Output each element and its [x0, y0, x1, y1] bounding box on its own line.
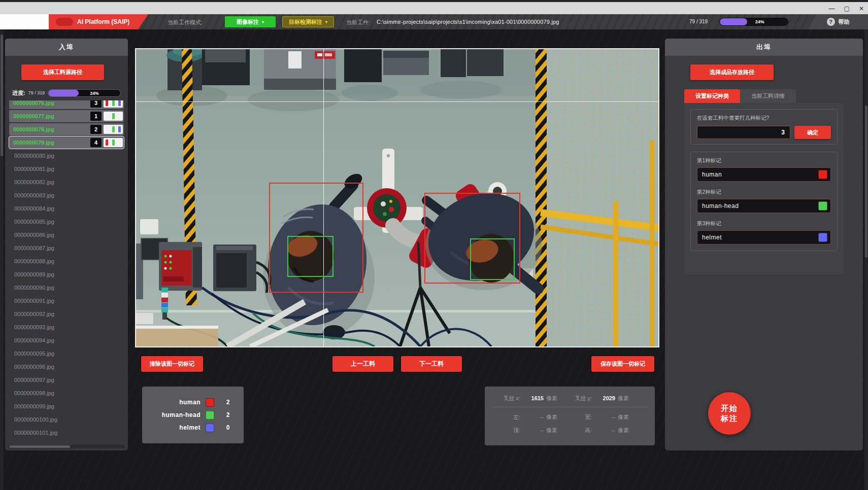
file-list-item[interactable]: 0000000092.jpg	[9, 308, 124, 320]
help-icon: ?	[827, 18, 835, 26]
bounding-box-human-head[interactable]	[470, 238, 515, 280]
pixel-unit: 像素	[546, 395, 563, 402]
progress-count-text: 79 / 319	[689, 19, 708, 24]
file-list-item[interactable]: 0000000076.jpg3	[9, 100, 124, 109]
label-count-input[interactable]: 3	[697, 126, 790, 139]
help-button[interactable]: ? 帮助	[808, 14, 868, 29]
class-color-swatch	[206, 398, 214, 407]
file-name: 0000000078.jpg	[9, 126, 90, 132]
tab-current-item-details[interactable]: 当前工料详情	[740, 89, 796, 103]
file-list-item[interactable]: 0000000094.jpg	[9, 334, 124, 346]
class-color-swatch[interactable]	[818, 201, 827, 211]
file-list-item[interactable]: 0000000083.jpg	[9, 189, 124, 201]
maximize-button[interactable]: ▢	[844, 4, 850, 13]
clear-annotations-button[interactable]: 清除该图一切标记	[141, 356, 203, 372]
file-list-item[interactable]: 00000000100.jpg	[9, 413, 124, 426]
crosshair-coords-row: 叉丝 x: 1615 像素 叉丝 y: 2029 像素	[492, 392, 648, 405]
pixel-unit: 像素	[618, 427, 635, 434]
class-presence-bars	[104, 138, 123, 147]
work-mode-label: 当前工作模式:	[168, 19, 203, 26]
pixel-unit: 像素	[546, 413, 563, 421]
file-list-item[interactable]: 00000000101.jpg	[9, 427, 124, 439]
class-bar	[106, 126, 108, 132]
crosshair-x-label: 叉丝 x:	[492, 395, 520, 402]
file-name: 00000000100.jpg	[9, 416, 124, 423]
label-group-2: 第2种标记 human-head	[697, 189, 831, 213]
class-bar	[118, 126, 121, 132]
file-list-item[interactable]: 0000000084.jpg	[9, 202, 124, 215]
file-list-item[interactable]: 0000000086.jpg	[9, 229, 124, 241]
class-presence-bars	[104, 112, 123, 121]
label-name-input-3[interactable]: helmet	[697, 230, 831, 244]
file-name: 0000000099.jpg	[9, 403, 124, 409]
file-list-item[interactable]: 0000000089.jpg	[9, 268, 124, 281]
class-color-swatch[interactable]	[818, 233, 827, 242]
class-bar	[112, 139, 115, 146]
class-legend: human 2 human-head 2 helmet 0	[142, 387, 244, 443]
annotation-canvas[interactable]	[135, 48, 659, 347]
class-bar	[112, 100, 115, 106]
file-list-item[interactable]: 0000000080.jpg	[9, 150, 124, 162]
label-name-value: human-head	[702, 202, 818, 209]
previous-item-button[interactable]: 上一工料	[332, 356, 393, 372]
confirm-button[interactable]: 确定	[794, 126, 831, 139]
scrollbar-thumb[interactable]	[1, 34, 3, 156]
left-edge-scrollbar[interactable]	[0, 29, 4, 490]
class-color-swatch[interactable]	[818, 170, 827, 179]
tab-set-label-types[interactable]: 设置标记种类	[684, 89, 740, 103]
file-name: 0000000081.jpg	[9, 166, 124, 172]
right-edge-scrollbar[interactable]	[864, 29, 868, 490]
label-settings-body: 在该套工料中需要打几种标记? 3 确定 第1种标记 human 第2种标记	[684, 103, 844, 274]
progress-bar-fill	[720, 18, 747, 25]
save-annotations-button[interactable]: 保存该图一切标记	[591, 356, 654, 372]
file-list-item[interactable]: 0000000099.jpg	[9, 400, 124, 412]
bounding-box-human-head[interactable]	[287, 236, 333, 277]
brand-banner: AI Platform (SAIP)	[49, 14, 148, 29]
scrollbar-thumb[interactable]	[865, 106, 867, 258]
output-tabs: 设置标记种类 当前工料详情	[684, 89, 796, 103]
file-list-item[interactable]: 0000000079.jpg4	[9, 136, 124, 149]
next-item-button[interactable]: 下一工料	[401, 356, 462, 372]
legend-label: human	[149, 399, 201, 406]
file-name: 0000000087.jpg	[9, 245, 124, 251]
annotation-count-badge: 3	[90, 100, 102, 108]
close-button[interactable]: ✕	[859, 4, 864, 13]
mode-dropdown-label: 目标检测标注	[289, 18, 322, 26]
mode-dropdown-detection-annotation[interactable]: 目标检测标注 ▾	[282, 16, 334, 27]
file-list-item[interactable]: 0000000078.jpg2	[9, 123, 124, 135]
file-list-item[interactable]: 0000000096.jpg	[9, 361, 124, 373]
file-list-item[interactable]: 0000000088.jpg	[9, 255, 124, 267]
start-annotation-button[interactable]: 开始 标注	[708, 392, 751, 435]
mode-dropdown-image-annotation[interactable]: 图像标注 ▾	[225, 16, 276, 27]
minimize-button[interactable]: —	[829, 4, 835, 13]
label-name-input-1[interactable]: human	[697, 167, 831, 182]
class-bar	[112, 113, 115, 119]
legend-row-helmet: helmet 0	[149, 424, 237, 432]
annotation-count-badge: 2	[90, 125, 102, 134]
legend-label: helmet	[149, 424, 201, 431]
file-name: 0000000090.jpg	[9, 285, 124, 291]
file-name: 0000000079.jpg	[9, 139, 90, 146]
file-list-item[interactable]: 0000000085.jpg	[9, 216, 124, 228]
file-list-item[interactable]: 0000000091.jpg	[9, 295, 124, 307]
select-source-path-button[interactable]: 选择工料源路径	[21, 64, 104, 80]
file-name: 0000000080.jpg	[9, 153, 124, 159]
file-list-item[interactable]: 0000000093.jpg	[9, 321, 124, 333]
file-list-item[interactable]: 0000000087.jpg	[9, 242, 124, 254]
scrollbar-thumb[interactable]	[9, 445, 70, 448]
legend-row-human: human 2	[149, 398, 237, 407]
file-list-item[interactable]: 0000000081.jpg	[9, 163, 124, 175]
select-output-path-button[interactable]: 选择成品存放路径	[690, 64, 774, 80]
file-list-scrollbar[interactable]	[8, 445, 125, 448]
divider	[492, 407, 648, 407]
file-list-item[interactable]: 0000000082.jpg	[9, 176, 124, 188]
file-list-item[interactable]: 0000000098.jpg	[9, 387, 124, 399]
label-name-input-2[interactable]: human-head	[697, 199, 831, 213]
file-list-item[interactable]: 0000000077.jpg1	[9, 110, 124, 122]
file-list-item[interactable]: 0000000090.jpg	[9, 282, 124, 294]
file-list-item[interactable]: 0000000097.jpg	[9, 374, 124, 386]
file-list-item[interactable]: 0000000095.jpg	[9, 347, 124, 360]
file-name: 0000000093.jpg	[9, 324, 124, 330]
chevron-down-icon: ▾	[262, 20, 264, 24]
input-port-title: 入埠	[5, 39, 128, 56]
